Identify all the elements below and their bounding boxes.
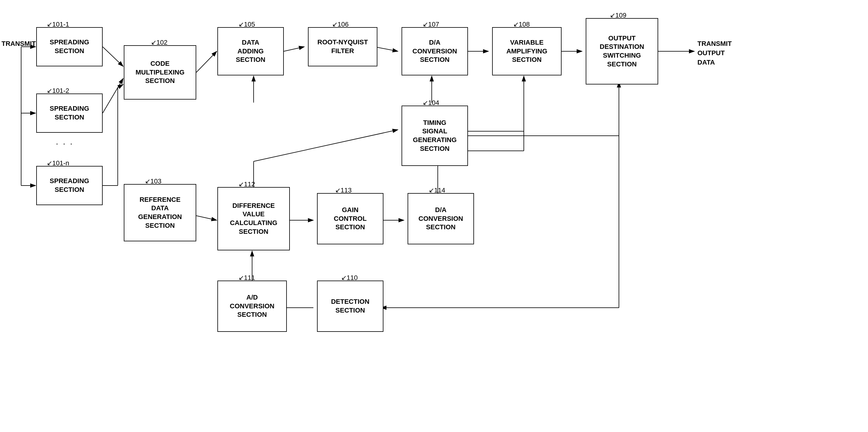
svg-line-27	[196, 216, 217, 220]
ref-101-1: ↙101-1	[47, 21, 69, 28]
ref-103: ↙103	[145, 177, 161, 185]
gain-control-section: GAINCONTROLSECTION	[317, 193, 383, 244]
ref-101-2: ↙101-2	[47, 87, 69, 95]
da-conversion-section-2: D/ACONVERSIONSECTION	[408, 193, 474, 244]
transmit-data-label: TRANSMIT DATA	[1, 39, 20, 48]
reference-data-generation-section: REFERENCEDATAGENERATIONSECTION	[124, 184, 196, 241]
output-destination-switching-section: OUTPUTDESTINATIONSWITCHINGSECTION	[586, 18, 658, 85]
spreading-section-1: SPREADINGSECTION	[36, 27, 103, 66]
ref-102: ↙102	[151, 39, 167, 46]
svg-line-8	[103, 47, 123, 66]
code-multiplexing-section: CODEMULTIPLEXINGSECTION	[124, 45, 196, 100]
svg-line-15	[374, 47, 398, 51]
ref-101-n: ↙101-n	[47, 159, 69, 167]
ref-107: ↙107	[423, 21, 439, 28]
svg-line-14	[284, 47, 304, 51]
ref-104: ↙104	[423, 99, 439, 107]
ref-108: ↙108	[513, 21, 530, 28]
svg-line-12	[118, 85, 123, 88]
difference-value-calculating-section: DIFFERENCEVALUECALCULATINGSECTION	[217, 187, 290, 251]
svg-line-13	[196, 51, 217, 72]
svg-line-9	[103, 78, 123, 113]
spreading-section-2: SPREADINGSECTION	[36, 94, 103, 133]
transmit-output-label: TRANSMITOUTPUTDATA	[698, 39, 746, 67]
ref-112: ↙112	[239, 180, 255, 188]
ad-conversion-section: A/DCONVERSIONSECTION	[217, 280, 287, 332]
ref-113: ↙113	[335, 187, 352, 194]
ref-114: ↙114	[429, 187, 445, 194]
ref-111: ↙111	[239, 274, 255, 282]
da-conversion-section-1: D/ACONVERSIONSECTION	[402, 27, 468, 75]
ref-105: ↙105	[239, 21, 255, 28]
timing-signal-generating-section: TIMINGSIGNALGENERATINGSECTION	[402, 106, 468, 166]
ref-110: ↙110	[341, 274, 358, 282]
svg-line-26	[254, 130, 398, 161]
ref-109: ↙109	[610, 11, 626, 19]
ref-106: ↙106	[332, 21, 349, 28]
variable-amplifying-section: VARIABLEAMPLIFYINGSECTION	[492, 27, 562, 75]
dots-label: · · ·	[56, 139, 74, 148]
detection-section: DETECTIONSECTION	[317, 280, 383, 332]
data-adding-section: DATAADDINGSECTION	[217, 27, 284, 75]
root-nyquist-filter: ROOT-NYQUISTFILTER	[308, 27, 377, 66]
spreading-section-n: SPREADINGSECTION	[36, 166, 103, 205]
